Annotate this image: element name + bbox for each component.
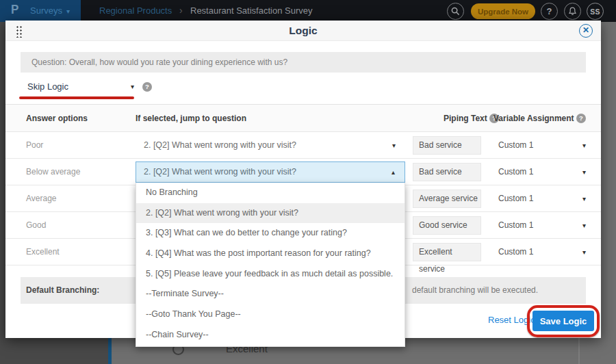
answer-option-label: Good: [26, 212, 46, 239]
chevron-down-icon: ▾: [582, 132, 586, 159]
question-context-bar: Question: Overall, how would you rate yo…: [21, 52, 586, 73]
default-branching-note: default branching will be executed.: [412, 277, 538, 304]
bell-icon: [568, 7, 577, 16]
chevron-down-icon: ▾: [131, 78, 134, 96]
piping-text-input[interactable]: Excellent service: [413, 243, 481, 261]
save-logic-button[interactable]: Save Logic: [532, 311, 594, 331]
breadcrumb-parent-link[interactable]: Regional Products: [99, 0, 172, 22]
logic-type-value: Skip Logic: [27, 81, 68, 92]
dropdown-option-q3[interactable]: 3. [Q3] What can we do better to change …: [136, 223, 405, 244]
column-header-answer-options: Answer options: [26, 105, 88, 133]
chevron-down-icon: ▾: [582, 159, 586, 185]
logic-table-header: Answer options If selected, jump to ques…: [5, 104, 601, 132]
column-header-variable-assignment: Variable Assignment ?: [493, 105, 586, 133]
answer-option-label: Excellent: [26, 239, 60, 265]
top-navigation-bar: P Surveys▾ Regional Products › Restauran…: [0, 0, 616, 22]
dropdown-option-no-branching[interactable]: No Branching: [136, 183, 405, 203]
variable-assignment-dropdown[interactable]: Custom 1▾: [498, 212, 586, 239]
chevron-down-icon: ▾: [392, 132, 396, 159]
search-button[interactable]: [447, 3, 464, 20]
dropdown-option-chain-survey[interactable]: --Chain Survey--: [136, 325, 405, 346]
chevron-down-icon: ▾: [582, 212, 586, 239]
default-branching-label: Default Branching:: [26, 277, 99, 304]
notifications-button[interactable]: [564, 3, 581, 20]
chevron-down-icon: ▾: [582, 239, 586, 265]
surveys-menu[interactable]: Surveys▾: [30, 0, 70, 22]
variable-assignment-help-icon[interactable]: ?: [576, 114, 586, 123]
piping-text-input[interactable]: Bad service: [413, 163, 481, 181]
dropdown-option-goto-thank-you[interactable]: --Goto Thank You Page--: [136, 304, 405, 325]
chevron-down-icon: ▾: [66, 8, 70, 15]
breadcrumb-current-title: Restaurant Satisfaction Survey: [190, 0, 312, 22]
dropdown-option-q2[interactable]: 2. [Q2] What went wrong with your visit?: [136, 203, 405, 224]
variable-assignment-dropdown[interactable]: Custom 1▾: [498, 185, 586, 212]
help-button[interactable]: ?: [541, 3, 558, 20]
column-header-jump-to-question: If selected, jump to question: [136, 105, 246, 133]
modal-header: Logic ✕: [5, 21, 601, 41]
upgrade-now-button[interactable]: Upgrade Now: [471, 3, 535, 19]
question-mark-icon: ?: [547, 6, 552, 16]
piping-text-input[interactable]: Bad service: [413, 136, 481, 155]
jump-question-dropdown[interactable]: 2. [Q2] What went wrong with your visit?…: [136, 132, 405, 159]
dropdown-option-terminate-survey[interactable]: --Terminate Survey--: [136, 284, 405, 304]
table-row-poor: Poor 2. [Q2] What went wrong with your v…: [5, 132, 601, 159]
close-icon[interactable]: ✕: [579, 24, 593, 38]
piping-text-input[interactable]: Good service: [413, 216, 481, 235]
piping-text-input[interactable]: Average service: [413, 190, 481, 208]
variable-assignment-dropdown[interactable]: Custom 1▾: [498, 159, 586, 185]
answer-option-label: Below average: [26, 159, 80, 185]
table-row-below-average: Below average 2. [Q2] What went wrong wi…: [5, 159, 601, 185]
brand-block[interactable]: P Surveys▾: [0, 0, 81, 22]
logic-type-help-icon[interactable]: ?: [142, 82, 152, 92]
search-icon: [451, 7, 460, 16]
logic-type-dropdown[interactable]: Skip Logic ▾: [27, 78, 134, 96]
breadcrumb-separator-icon: ›: [179, 0, 183, 22]
jump-question-dropdown-open[interactable]: 2. [Q2] What went wrong with your visit?…: [136, 161, 405, 183]
proprofs-logo-icon: P: [11, 3, 18, 18]
dropdown-option-q4[interactable]: 4. [Q4] What was the post important reas…: [136, 244, 405, 264]
variable-assignment-dropdown[interactable]: Custom 1▾: [498, 132, 586, 159]
variable-assignment-dropdown[interactable]: Custom 1▾: [498, 239, 586, 265]
modal-title: Logic: [5, 21, 601, 41]
dropdown-option-q5[interactable]: 5. [Q5] Please leave your feedback in as…: [136, 264, 405, 285]
logic-modal: Logic ✕ Question: Overall, how would you…: [5, 21, 601, 338]
answer-option-label: Average: [26, 185, 56, 212]
red-annotation-underline: [19, 96, 134, 99]
user-avatar[interactable]: SS: [587, 3, 604, 20]
column-header-piping-text: Piping Text ?: [444, 105, 499, 133]
chevron-up-icon: ▴: [392, 162, 395, 182]
chevron-down-icon: ▾: [582, 185, 586, 212]
jump-question-options-panel: No Branching 2. [Q2] What went wrong wit…: [136, 183, 405, 347]
answer-option-label: Poor: [26, 132, 43, 159]
